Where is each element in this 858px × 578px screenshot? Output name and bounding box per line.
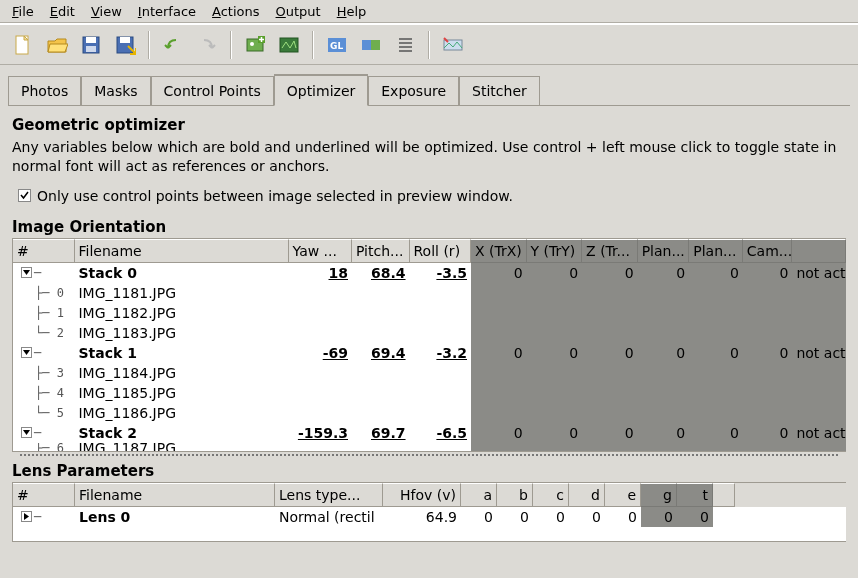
tab-control-points[interactable]: Control Points bbox=[151, 76, 274, 106]
add-images-button[interactable] bbox=[240, 30, 270, 60]
table-row[interactable]: ├─ 4IMG_1185.JPG bbox=[13, 383, 846, 403]
cell-roll[interactable]: -6.5 bbox=[410, 423, 471, 443]
list-button[interactable] bbox=[390, 30, 420, 60]
open-project-button[interactable] bbox=[42, 30, 72, 60]
assistant-button[interactable] bbox=[274, 30, 304, 60]
col-trx[interactable]: X (TrX) bbox=[471, 239, 527, 263]
cell-try[interactable]: 0 bbox=[527, 343, 583, 363]
col-lenstype[interactable]: Lens type... bbox=[275, 483, 383, 507]
menu-view[interactable]: View bbox=[83, 2, 130, 21]
cell-e[interactable]: 0 bbox=[605, 507, 641, 527]
col-trz[interactable]: Z (Tr... bbox=[582, 239, 638, 263]
cell-trz[interactable]: 0 bbox=[582, 263, 638, 283]
menu-help[interactable]: Help bbox=[329, 2, 375, 21]
col-hfov[interactable]: Hfov (v) bbox=[383, 483, 461, 507]
cell-trz[interactable]: 0 bbox=[582, 343, 638, 363]
tree-toggle-icon[interactable] bbox=[21, 511, 32, 522]
table-row[interactable]: └─ 5IMG_1186.JPG bbox=[13, 403, 846, 423]
menu-interface[interactable]: Interface bbox=[130, 2, 204, 21]
panorama-button[interactable] bbox=[438, 30, 468, 60]
col-filename[interactable]: Filename bbox=[75, 239, 289, 263]
tab-masks[interactable]: Masks bbox=[81, 76, 150, 106]
col-e[interactable]: e bbox=[605, 483, 641, 507]
cell-trz[interactable]: 0 bbox=[582, 423, 638, 443]
col-extra[interactable] bbox=[713, 483, 735, 507]
col-a[interactable]: a bbox=[461, 483, 497, 507]
cell-yaw[interactable]: -159.3 bbox=[289, 423, 352, 443]
col-t[interactable]: t bbox=[677, 483, 713, 507]
col-filename[interactable]: Filename bbox=[75, 483, 275, 507]
cell-c[interactable]: 0 bbox=[533, 507, 569, 527]
cell-pitch[interactable]: 69.4 bbox=[352, 343, 410, 363]
new-project-button[interactable] bbox=[8, 30, 38, 60]
col-g[interactable]: g bbox=[641, 483, 677, 507]
col-plan1[interactable]: Plan... bbox=[638, 239, 690, 263]
table-row[interactable]: ─Lens 0Normal (rectil64.90000000 bbox=[13, 507, 846, 527]
col-roll[interactable]: Roll (r) bbox=[410, 239, 472, 263]
col-pitch[interactable]: Pitch... bbox=[352, 239, 410, 263]
cell-plan1[interactable]: 0 bbox=[638, 343, 690, 363]
save-as-button[interactable] bbox=[110, 30, 140, 60]
cell-trx[interactable]: 0 bbox=[471, 423, 527, 443]
cell-cam[interactable]: 0 bbox=[743, 263, 793, 283]
gl-preview-button[interactable]: GL bbox=[322, 30, 352, 60]
table-row[interactable]: ├─ 1IMG_1182.JPG bbox=[13, 303, 846, 323]
save-button[interactable] bbox=[76, 30, 106, 60]
menu-actions[interactable]: Actions bbox=[204, 2, 268, 21]
cell-pitch[interactable]: 69.7 bbox=[352, 423, 410, 443]
cell-lenstype[interactable]: Normal (rectil bbox=[275, 507, 383, 527]
cell-hfov[interactable]: 64.9 bbox=[383, 507, 461, 527]
table-row[interactable]: ├─ 0IMG_1181.JPG bbox=[13, 283, 846, 303]
cell-plan1[interactable]: 0 bbox=[638, 263, 690, 283]
tree-toggle-icon[interactable] bbox=[21, 347, 32, 358]
cell-a[interactable]: 0 bbox=[461, 507, 497, 527]
cell-plan2[interactable]: 0 bbox=[689, 423, 743, 443]
col-num[interactable]: # bbox=[13, 239, 75, 263]
col-yaw[interactable]: Yaw ... bbox=[289, 239, 352, 263]
splitter[interactable] bbox=[20, 452, 838, 458]
col-b[interactable]: b bbox=[497, 483, 533, 507]
cell-yaw[interactable]: 18 bbox=[289, 263, 352, 283]
cell-roll[interactable]: -3.5 bbox=[410, 263, 471, 283]
cp-only-checkbox[interactable] bbox=[18, 189, 31, 202]
cell-roll[interactable]: -3.2 bbox=[410, 343, 471, 363]
preview-button[interactable] bbox=[356, 30, 386, 60]
cell-b[interactable]: 0 bbox=[497, 507, 533, 527]
col-extra[interactable] bbox=[792, 239, 846, 263]
menu-file[interactable]: File bbox=[4, 2, 42, 21]
tab-exposure[interactable]: Exposure bbox=[368, 76, 459, 106]
cell-plan1[interactable]: 0 bbox=[638, 423, 690, 443]
col-plan2[interactable]: Plan... bbox=[689, 239, 743, 263]
cell-t[interactable]: 0 bbox=[677, 507, 713, 527]
tab-stitcher[interactable]: Stitcher bbox=[459, 76, 540, 106]
table-row[interactable]: ├─ 6IMG_1187.JPG bbox=[13, 443, 846, 452]
col-num[interactable]: # bbox=[13, 483, 75, 507]
cell-trx[interactable]: 0 bbox=[471, 263, 527, 283]
cell-trx[interactable]: 0 bbox=[471, 343, 527, 363]
undo-button[interactable] bbox=[158, 30, 188, 60]
cell-cam[interactable]: 0 bbox=[743, 423, 793, 443]
col-c[interactable]: c bbox=[533, 483, 569, 507]
redo-button[interactable] bbox=[192, 30, 222, 60]
cell-plan2[interactable]: 0 bbox=[689, 263, 743, 283]
menu-output[interactable]: Output bbox=[268, 2, 329, 21]
table-row[interactable]: ├─ 3IMG_1184.JPG bbox=[13, 363, 846, 383]
col-cam[interactable]: Cam... bbox=[743, 239, 793, 263]
cell-yaw[interactable]: -69 bbox=[289, 343, 352, 363]
cell-try[interactable]: 0 bbox=[527, 423, 583, 443]
cell-pitch[interactable]: 68.4 bbox=[352, 263, 410, 283]
table-row[interactable]: ─Stack 1-6969.4-3.2000000not act bbox=[13, 343, 846, 363]
cell-plan2[interactable]: 0 bbox=[689, 343, 743, 363]
col-try[interactable]: Y (TrY) bbox=[527, 239, 583, 263]
tree-toggle-icon[interactable] bbox=[21, 267, 32, 278]
tree-toggle-icon[interactable] bbox=[21, 427, 32, 438]
tab-optimizer[interactable]: Optimizer bbox=[274, 74, 369, 106]
col-d[interactable]: d bbox=[569, 483, 605, 507]
cell-cam[interactable]: 0 bbox=[743, 343, 793, 363]
table-row[interactable]: ─Stack 2-159.369.7-6.5000000not act bbox=[13, 423, 846, 443]
tab-photos[interactable]: Photos bbox=[8, 76, 81, 106]
cell-d[interactable]: 0 bbox=[569, 507, 605, 527]
cell-g[interactable]: 0 bbox=[641, 507, 677, 527]
menu-edit[interactable]: Edit bbox=[42, 2, 83, 21]
cell-try[interactable]: 0 bbox=[527, 263, 583, 283]
